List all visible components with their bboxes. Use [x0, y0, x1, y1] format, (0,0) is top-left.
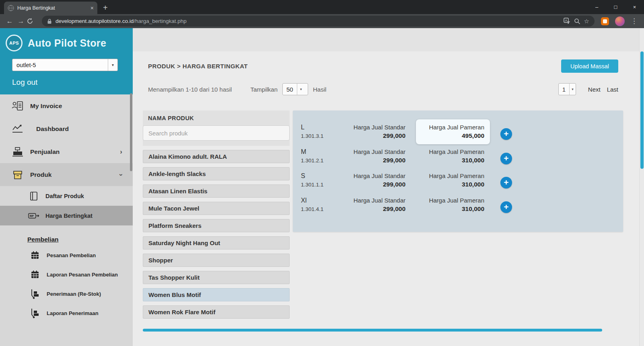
product-name: Shopper: [148, 257, 173, 264]
vertical-scrollbar-thumb[interactable]: [640, 51, 644, 169]
product-search-input[interactable]: [143, 125, 290, 141]
maximize-button[interactable]: □: [606, 0, 625, 14]
pameran-price-cell[interactable]: Harga Jual Pameran 310,000: [416, 192, 490, 217]
variant-row: M 1.301.2.1 Harga Jual Standar 299,000 H…: [301, 144, 623, 169]
browser-tab[interactable]: Harga Bertingkat ×: [4, 2, 97, 14]
tab-title: Harga Bertingkat: [17, 5, 87, 11]
product-list-item[interactable]: Ankle-length Slacks: [143, 167, 290, 180]
pager: 1 ▾ Next Last: [558, 83, 618, 95]
sidebar-item-harga-bertingkat[interactable]: RP Harga Bertingkat: [0, 206, 133, 225]
pameran-price-cell[interactable]: Harga Jual Pameran 495,000: [416, 119, 490, 144]
sidebar-item-daftar-produk[interactable]: Daftar Produk: [0, 186, 133, 206]
logout-link[interactable]: Log out: [0, 71, 133, 94]
url-path: /harga_bertingkat.php: [134, 18, 186, 24]
page-body: NAMA PRODUK Alaina Kimono adult. RALA An…: [133, 111, 644, 319]
pameran-price-value: 310,000: [422, 205, 484, 213]
url-text[interactable]: development.autopilotstore.co.id/harga_b…: [56, 18, 560, 24]
standar-price-cell[interactable]: Harga Jual Standar 299,000: [348, 193, 405, 213]
new-tab-button[interactable]: +: [103, 4, 108, 12]
lock-icon[interactable]: [47, 18, 52, 24]
last-page-link[interactable]: Last: [607, 86, 618, 93]
product-list-item[interactable]: Tas Shopper Kulit: [143, 271, 290, 284]
standar-price-label: Harga Jual Standar: [348, 197, 405, 204]
minimize-button[interactable]: –: [587, 0, 606, 14]
product-name: Mule Tacon Jewel: [148, 205, 199, 212]
sidebar-item-label: Penjualan: [30, 148, 60, 156]
product-list-item[interactable]: Alaina Kimono adult. RALA: [143, 150, 290, 163]
standar-price-value: 299,000: [348, 181, 405, 188]
standar-price-cell[interactable]: Harga Jual Standar 299,000: [348, 168, 405, 188]
hasil-label: Hasil: [313, 86, 326, 93]
product-list-item[interactable]: Women Blus Motif: [143, 288, 290, 301]
add-price-tier-button[interactable]: +: [500, 177, 512, 188]
sidebar-item-my-invoice[interactable]: My Invoice: [0, 94, 133, 117]
page-size-select[interactable]: 50 ▾: [282, 83, 308, 95]
variant-size-cell: L 1.301.3.1: [301, 120, 348, 139]
outlet-select[interactable]: outlet-5 ▾: [12, 59, 118, 71]
add-price-tier-button[interactable]: +: [500, 153, 512, 164]
sidebar-scrollbar-thumb[interactable]: [130, 93, 132, 171]
pameran-price-value: 310,000: [422, 157, 484, 164]
sidebar-item-laporan-penerimaan[interactable]: Laporan Penerimaan: [0, 303, 133, 323]
variant-code: 1.301.4.1: [301, 206, 348, 212]
reload-icon[interactable]: [27, 18, 38, 25]
sidebar-section-pembelian[interactable]: Pembelian: [0, 236, 133, 243]
pameran-price-cell[interactable]: Harga Jual Pameran 310,000: [416, 168, 490, 193]
pameran-price-cell[interactable]: Harga Jual Pameran 310,000: [416, 144, 490, 169]
aps-logo: APS: [6, 35, 23, 51]
product-panel-title: NAMA PRODUK: [148, 115, 290, 121]
standar-price-label: Harga Jual Standar: [348, 148, 405, 155]
browser-toolbar: ← → development.autopilotstore.co.id/har…: [0, 14, 644, 28]
sidebar-item-produk[interactable]: Produk ›: [0, 163, 133, 186]
sidebar-item-label: Produk: [30, 171, 51, 178]
profile-avatar[interactable]: [615, 16, 625, 26]
standar-price-label: Harga Jual Standar: [348, 172, 405, 179]
sidebar-item-label: My Invoice: [30, 102, 62, 110]
variant-size: Xl: [301, 197, 348, 204]
sidebar-item-laporan-pesanan-pembelian[interactable]: Laporan Pesanan Pembelian: [0, 265, 133, 284]
product-panel: NAMA PRODUK Alaina Kimono adult. RALA An…: [143, 111, 290, 319]
outlet-select-arrow-icon: ▾: [108, 59, 117, 71]
address-bar[interactable]: development.autopilotstore.co.id/harga_b…: [42, 16, 595, 27]
book-icon: [28, 191, 39, 201]
add-price-tier-button[interactable]: +: [500, 201, 512, 213]
sidebar-item-pesanan-pembelian[interactable]: Pesanan Pembelian: [0, 246, 133, 265]
plus-icon: +: [504, 203, 508, 211]
standar-price-value: 299,000: [348, 132, 405, 139]
product-name: Women Rok Flare Motif: [148, 309, 215, 315]
variant-code: 1.301.3.1: [301, 133, 348, 139]
translate-icon[interactable]: A: [564, 18, 570, 25]
next-page-link[interactable]: Next: [588, 86, 601, 93]
list-controls: Menampilkan 1-10 dari 10 hasil Tampilkan…: [133, 83, 644, 95]
horizontal-scrollbar-thumb[interactable]: [143, 329, 602, 332]
browser-menu-icon[interactable]: ⋮: [631, 17, 638, 25]
extension-icon[interactable]: [601, 17, 609, 25]
standar-price-cell[interactable]: Harga Jual Standar 299,000: [348, 144, 405, 164]
upload-massal-button[interactable]: Upload Massal: [561, 59, 618, 73]
cash-register-icon: [11, 147, 24, 157]
product-list-item[interactable]: Atasan Linen Elastis: [143, 184, 290, 198]
close-window-button[interactable]: ×: [625, 0, 644, 14]
sidebar-item-penerimaan[interactable]: Penerimaan (Re-Stok): [0, 284, 133, 303]
hand-truck-icon: [30, 289, 40, 299]
product-list-item[interactable]: Mule Tacon Jewel: [143, 202, 290, 215]
page-number-select[interactable]: 1 ▾: [558, 83, 576, 95]
zoom-icon[interactable]: [574, 18, 580, 25]
back-icon[interactable]: ←: [4, 17, 15, 25]
sidebar-item-penjualan[interactable]: Penjualan ›: [0, 140, 133, 163]
product-list-item[interactable]: Women Rok Flare Motif: [143, 305, 290, 319]
add-price-tier-button[interactable]: +: [500, 128, 512, 140]
variant-code: 1.301.2.1: [301, 158, 348, 164]
product-list-item[interactable]: Platform Sneakers: [143, 219, 290, 232]
window-controls: – □ ×: [587, 0, 644, 14]
variant-code: 1.301.1.1: [301, 182, 348, 188]
product-list-item[interactable]: Saturday Night Hang Out: [143, 236, 290, 250]
product-list-item[interactable]: Shopper: [143, 254, 290, 267]
content-header: PRODUK > HARGA BERTINGKAT Upload Massal: [133, 59, 644, 73]
tab-close-icon[interactable]: ×: [91, 5, 94, 11]
sidebar-item-dashboard[interactable]: Dashboard: [0, 117, 133, 140]
vertical-scrollbar[interactable]: [639, 28, 644, 346]
standar-price-cell[interactable]: Harga Jual Standar 299,000: [348, 120, 405, 139]
forward-icon[interactable]: →: [15, 17, 27, 25]
bookmark-star-icon[interactable]: ☆: [584, 18, 589, 25]
